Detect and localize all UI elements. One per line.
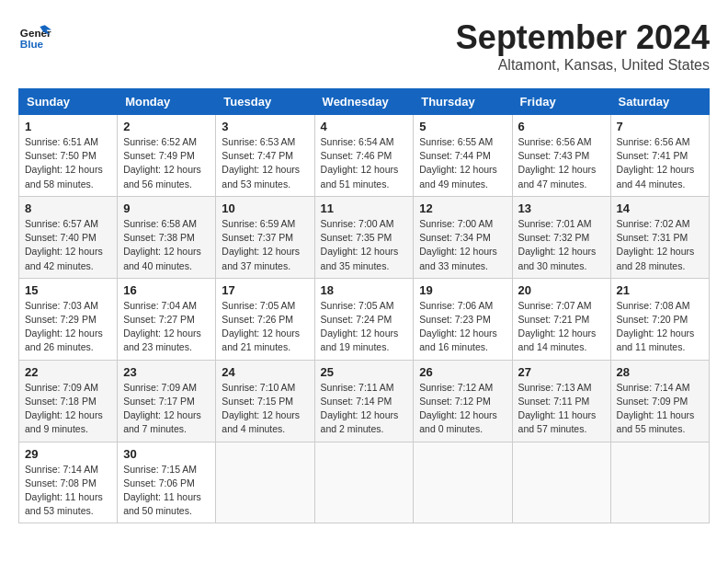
day-detail: Sunrise: 7:03 AMSunset: 7:29 PMDaylight:…: [25, 300, 103, 353]
day-number: 3: [222, 120, 308, 133]
day-number: 5: [419, 120, 506, 133]
calendar-cell: 5 Sunrise: 6:55 AMSunset: 7:44 PMDayligh…: [414, 115, 512, 197]
calendar-cell: 13 Sunrise: 7:01 AMSunset: 7:32 PMDaylig…: [512, 196, 610, 278]
day-number: 28: [617, 365, 703, 379]
day-detail: Sunrise: 7:10 AMSunset: 7:15 PMDaylight:…: [222, 382, 300, 435]
day-number: 30: [123, 447, 210, 461]
day-number: 12: [419, 201, 506, 215]
day-detail: Sunrise: 7:12 AMSunset: 7:12 PMDaylight:…: [419, 382, 497, 435]
day-detail: Sunrise: 6:58 AMSunset: 7:38 PMDaylight:…: [123, 218, 201, 271]
day-detail: Sunrise: 7:05 AMSunset: 7:26 PMDaylight:…: [222, 300, 300, 353]
title-area: September 2024 Altamont, Kansas, United …: [456, 18, 710, 74]
calendar-week-row: 1 Sunrise: 6:51 AMSunset: 7:50 PMDayligh…: [19, 115, 710, 197]
day-detail: Sunrise: 7:07 AMSunset: 7:21 PMDaylight:…: [518, 300, 597, 353]
day-detail: Sunrise: 7:14 AMSunset: 7:08 PMDaylight:…: [25, 464, 103, 517]
weekday-header: Thursday: [414, 89, 512, 115]
calendar-table: SundayMondayTuesdayWednesdayThursdayFrid…: [18, 88, 710, 523]
day-detail: Sunrise: 6:57 AMSunset: 7:40 PMDaylight:…: [25, 218, 103, 271]
day-number: 16: [123, 283, 210, 297]
day-detail: Sunrise: 7:08 AMSunset: 7:20 PMDaylight:…: [617, 300, 695, 353]
calendar-cell: [216, 442, 314, 523]
day-number: 20: [518, 283, 605, 297]
calendar-cell: 24 Sunrise: 7:10 AMSunset: 7:15 PMDaylig…: [216, 360, 314, 442]
day-detail: Sunrise: 7:05 AMSunset: 7:24 PMDaylight:…: [321, 300, 399, 353]
day-number: 10: [222, 201, 308, 215]
calendar-header-row: SundayMondayTuesdayWednesdayThursdayFrid…: [19, 89, 710, 115]
day-number: 17: [222, 283, 308, 297]
calendar-cell: [414, 442, 512, 523]
calendar-cell: 20 Sunrise: 7:07 AMSunset: 7:21 PMDaylig…: [512, 278, 610, 360]
day-detail: Sunrise: 6:55 AMSunset: 7:44 PMDaylight:…: [419, 136, 497, 190]
day-detail: Sunrise: 7:02 AMSunset: 7:31 PMDaylight:…: [617, 218, 695, 271]
day-number: 2: [123, 120, 210, 133]
weekday-header: Wednesday: [314, 89, 414, 115]
day-detail: Sunrise: 6:56 AMSunset: 7:41 PMDaylight:…: [617, 136, 695, 190]
calendar-cell: 12 Sunrise: 7:00 AMSunset: 7:34 PMDaylig…: [414, 196, 512, 278]
day-number: 14: [617, 201, 703, 215]
page-header: General Blue September 2024 Altamont, Ka…: [18, 18, 710, 74]
day-detail: Sunrise: 6:51 AMSunset: 7:50 PMDaylight:…: [25, 136, 103, 190]
calendar-cell: 8 Sunrise: 6:57 AMSunset: 7:40 PMDayligh…: [19, 196, 118, 278]
calendar-cell: 16 Sunrise: 7:04 AMSunset: 7:27 PMDaylig…: [118, 278, 216, 360]
calendar-cell: 15 Sunrise: 7:03 AMSunset: 7:29 PMDaylig…: [19, 278, 118, 360]
day-number: 26: [419, 365, 506, 379]
logo-icon: General Blue: [18, 18, 51, 52]
day-detail: Sunrise: 6:59 AMSunset: 7:37 PMDaylight:…: [222, 218, 300, 271]
calendar-cell: 30 Sunrise: 7:15 AMSunset: 7:06 PMDaylig…: [118, 442, 216, 523]
calendar-cell: 22 Sunrise: 7:09 AMSunset: 7:18 PMDaylig…: [19, 360, 118, 442]
day-detail: Sunrise: 6:54 AMSunset: 7:46 PMDaylight:…: [321, 136, 399, 190]
day-detail: Sunrise: 7:13 AMSunset: 7:11 PMDaylight:…: [518, 382, 597, 435]
calendar-cell: 21 Sunrise: 7:08 AMSunset: 7:20 PMDaylig…: [610, 278, 709, 360]
day-detail: Sunrise: 7:01 AMSunset: 7:32 PMDaylight:…: [518, 218, 597, 271]
day-detail: Sunrise: 7:04 AMSunset: 7:27 PMDaylight:…: [123, 300, 201, 353]
svg-text:Blue: Blue: [20, 38, 44, 50]
calendar-week-row: 22 Sunrise: 7:09 AMSunset: 7:18 PMDaylig…: [19, 360, 710, 442]
calendar-cell: 28 Sunrise: 7:14 AMSunset: 7:09 PMDaylig…: [610, 360, 709, 442]
day-number: 11: [321, 201, 408, 215]
day-number: 23: [123, 365, 210, 379]
day-detail: Sunrise: 7:11 AMSunset: 7:14 PMDaylight:…: [321, 382, 399, 435]
day-number: 6: [518, 120, 605, 133]
calendar-cell: 26 Sunrise: 7:12 AMSunset: 7:12 PMDaylig…: [414, 360, 512, 442]
day-number: 8: [25, 201, 111, 215]
weekday-header: Saturday: [610, 89, 709, 115]
month-title: September 2024: [456, 18, 710, 57]
day-detail: Sunrise: 6:56 AMSunset: 7:43 PMDaylight:…: [518, 136, 597, 190]
weekday-header: Monday: [118, 89, 216, 115]
calendar-cell: 10 Sunrise: 6:59 AMSunset: 7:37 PMDaylig…: [216, 196, 314, 278]
calendar-cell: [512, 442, 610, 523]
day-detail: Sunrise: 7:00 AMSunset: 7:35 PMDaylight:…: [321, 218, 399, 271]
day-number: 4: [321, 120, 408, 133]
day-detail: Sunrise: 7:15 AMSunset: 7:06 PMDaylight:…: [123, 464, 201, 517]
day-number: 7: [617, 120, 703, 133]
calendar-cell: [610, 442, 709, 523]
day-detail: Sunrise: 7:14 AMSunset: 7:09 PMDaylight:…: [617, 382, 695, 435]
calendar-cell: 6 Sunrise: 6:56 AMSunset: 7:43 PMDayligh…: [512, 115, 610, 197]
day-number: 1: [25, 120, 111, 133]
day-detail: Sunrise: 7:00 AMSunset: 7:34 PMDaylight:…: [419, 218, 497, 271]
calendar-cell: 17 Sunrise: 7:05 AMSunset: 7:26 PMDaylig…: [216, 278, 314, 360]
calendar-cell: 23 Sunrise: 7:09 AMSunset: 7:17 PMDaylig…: [118, 360, 216, 442]
calendar-cell: 3 Sunrise: 6:53 AMSunset: 7:47 PMDayligh…: [216, 115, 314, 197]
calendar-cell: 7 Sunrise: 6:56 AMSunset: 7:41 PMDayligh…: [610, 115, 709, 197]
weekday-header: Sunday: [19, 89, 118, 115]
calendar-cell: 27 Sunrise: 7:13 AMSunset: 7:11 PMDaylig…: [512, 360, 610, 442]
day-number: 27: [518, 365, 605, 379]
day-number: 15: [25, 283, 111, 297]
calendar-week-row: 8 Sunrise: 6:57 AMSunset: 7:40 PMDayligh…: [19, 196, 710, 278]
calendar-week-row: 29 Sunrise: 7:14 AMSunset: 7:08 PMDaylig…: [19, 442, 710, 523]
day-number: 13: [518, 201, 605, 215]
day-number: 24: [222, 365, 308, 379]
calendar-cell: 14 Sunrise: 7:02 AMSunset: 7:31 PMDaylig…: [610, 196, 709, 278]
day-detail: Sunrise: 7:06 AMSunset: 7:23 PMDaylight:…: [419, 300, 497, 353]
calendar-cell: 19 Sunrise: 7:06 AMSunset: 7:23 PMDaylig…: [414, 278, 512, 360]
calendar-cell: 2 Sunrise: 6:52 AMSunset: 7:49 PMDayligh…: [118, 115, 216, 197]
calendar-cell: 11 Sunrise: 7:00 AMSunset: 7:35 PMDaylig…: [314, 196, 414, 278]
weekday-header: Friday: [512, 89, 610, 115]
calendar-cell: 25 Sunrise: 7:11 AMSunset: 7:14 PMDaylig…: [314, 360, 414, 442]
weekday-header: Tuesday: [216, 89, 314, 115]
day-detail: Sunrise: 6:52 AMSunset: 7:49 PMDaylight:…: [123, 136, 201, 190]
day-detail: Sunrise: 7:09 AMSunset: 7:18 PMDaylight:…: [25, 382, 103, 435]
day-number: 19: [419, 283, 506, 297]
day-number: 25: [321, 365, 408, 379]
